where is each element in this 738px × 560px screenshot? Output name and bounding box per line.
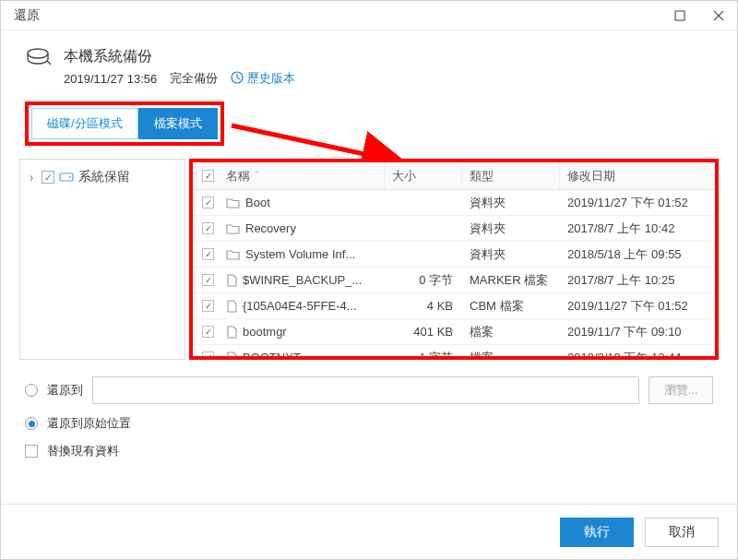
disk-icon xyxy=(25,47,51,70)
chevron-right-icon: › xyxy=(26,170,37,185)
radio-restore-to[interactable] xyxy=(25,384,38,397)
tree-panel: › ✓ 系統保留 xyxy=(19,159,185,360)
row-checkbox[interactable]: ✓ xyxy=(202,222,214,234)
backup-subtitle: 2019/11/27 13:56 完全備份 歷史版本 xyxy=(64,70,295,87)
titlebar: 還原 xyxy=(1,1,737,30)
select-all-checkbox[interactable]: ✓ xyxy=(202,170,214,182)
row-type: 資料夾 xyxy=(462,190,560,215)
table-row[interactable]: ✓Boot資料夾2019/11/27 下午 01:52 xyxy=(193,190,715,216)
close-button[interactable] xyxy=(708,5,730,27)
row-checkbox[interactable]: ✓ xyxy=(202,326,214,338)
row-type: CBM 檔案 xyxy=(462,293,560,318)
table-row[interactable]: ✓bootmgr401 KB檔案2019/11/7 下午 09:10 xyxy=(193,319,715,345)
opt-replace-existing: 替換現有資料 xyxy=(25,443,713,459)
drive-icon xyxy=(59,170,74,185)
checkbox-replace-existing[interactable] xyxy=(25,445,38,458)
row-type: 資料夾 xyxy=(462,216,560,241)
row-checkbox[interactable]: ✓ xyxy=(202,274,214,286)
execute-button[interactable]: 執行 xyxy=(560,518,634,547)
tab-file-mode[interactable]: 檔案模式 xyxy=(138,108,218,139)
file-icon xyxy=(226,300,237,313)
row-name: Recovery xyxy=(245,221,296,235)
window-buttons xyxy=(669,5,730,27)
browse-button[interactable]: 瀏覽... xyxy=(649,376,713,404)
col-name[interactable]: 名稱ˆ xyxy=(219,162,385,189)
row-date: 2019/11/27 下午 01:52 xyxy=(560,293,715,318)
folder-icon xyxy=(226,197,240,209)
tab-disk-mode[interactable]: 磁碟/分區模式 xyxy=(31,108,138,139)
tree-item-label: 系統保留 xyxy=(78,169,130,185)
svg-point-8 xyxy=(69,176,71,178)
row-date: 2018/5/18 上午 09:55 xyxy=(560,242,715,267)
col-size[interactable]: 大小 xyxy=(385,162,462,189)
header-text: 本機系統備份 2019/11/27 13:56 完全備份 歷史版本 xyxy=(64,47,295,87)
restore-options: 還原到 瀏覽... 還原到原始位置 替換現有資料 xyxy=(1,360,737,469)
row-size: 1 字节 xyxy=(385,345,462,360)
row-checkbox[interactable]: ✓ xyxy=(202,248,214,260)
file-icon xyxy=(226,351,237,361)
row-name: System Volume Inf... xyxy=(245,247,355,261)
maximize-button[interactable] xyxy=(669,5,691,27)
opt-restore-original: 還原到原始位置 xyxy=(25,415,713,432)
file-list-panel: ✓ 名稱ˆ 大小 類型 修改日期 ✓Boot資料夾2019/11/27 下午 0… xyxy=(189,159,719,360)
sort-caret-icon: ˆ xyxy=(256,171,258,181)
window: 還原 本機系統備份 2019/11/27 13:56 完全備份 xyxy=(0,0,738,560)
table-row[interactable]: ✓System Volume Inf...資料夾2018/5/18 上午 09:… xyxy=(193,242,715,268)
annotation-redbox-tabs: 磁碟/分區模式 檔案模式 xyxy=(25,101,224,146)
row-size xyxy=(385,190,462,215)
table-row[interactable]: ✓Recovery資料夾2017/8/7 上午 10:42 xyxy=(193,216,715,242)
row-checkbox[interactable]: ✓ xyxy=(202,300,214,312)
row-size xyxy=(385,216,462,241)
opt-restore-to: 還原到 瀏覽... xyxy=(25,376,713,404)
folder-icon xyxy=(226,249,240,260)
radio-restore-original[interactable] xyxy=(25,417,38,430)
row-size: 0 字节 xyxy=(385,268,462,292)
row-type: 資料夾 xyxy=(462,242,560,267)
row-type: MARKER 檔案 xyxy=(462,268,560,292)
mode-tabs: 磁碟/分區模式 檔案模式 xyxy=(1,101,737,146)
restore-to-label: 還原到 xyxy=(47,382,83,399)
row-size: 401 KB xyxy=(385,319,462,344)
replace-existing-label: 替換現有資料 xyxy=(47,443,119,459)
tree-item-system-reserved[interactable]: › ✓ 系統保留 xyxy=(20,165,184,189)
footer: 執行 取消 xyxy=(1,504,737,559)
row-checkbox[interactable]: ✓ xyxy=(202,351,214,360)
row-name: bootmgr xyxy=(243,325,287,339)
table-row[interactable]: ✓BOOTNXT1 字节檔案2019/3/19 下午 12:44 xyxy=(193,345,715,360)
restore-original-label: 還原到原始位置 xyxy=(47,415,131,432)
row-size: 4 KB xyxy=(385,293,462,318)
row-date: 2019/11/27 下午 01:52 xyxy=(560,190,715,215)
row-name: $WINRE_BACKUP_... xyxy=(243,273,362,287)
file-icon xyxy=(226,326,237,339)
backup-timestamp: 2019/11/27 13:56 xyxy=(64,72,157,86)
svg-rect-0 xyxy=(675,11,684,20)
restore-path-input[interactable] xyxy=(92,376,639,404)
tree-checkbox[interactable]: ✓ xyxy=(42,171,54,184)
row-name: BOOTNXT xyxy=(243,351,301,360)
folder-icon xyxy=(226,223,240,234)
svg-line-4 xyxy=(47,61,51,65)
row-name: {105A04E4-5FFE-4... xyxy=(243,299,357,313)
clock-icon xyxy=(231,71,244,87)
row-checkbox[interactable]: ✓ xyxy=(202,197,214,209)
row-type: 檔案 xyxy=(462,319,560,344)
row-name: Boot xyxy=(245,196,270,209)
window-title: 還原 xyxy=(14,7,669,24)
list-body: ✓Boot資料夾2019/11/27 下午 01:52✓Recovery資料夾2… xyxy=(193,190,715,360)
row-date: 2019/3/19 下午 12:44 xyxy=(560,345,715,360)
backup-type: 完全備份 xyxy=(170,70,218,87)
header: 本機系統備份 2019/11/27 13:56 完全備份 歷史版本 xyxy=(1,30,737,101)
history-link-label: 歷史版本 xyxy=(247,70,295,87)
cancel-button[interactable]: 取消 xyxy=(645,518,719,547)
row-date: 2019/11/7 下午 09:10 xyxy=(560,319,715,344)
body: › ✓ 系統保留 ✓ 名稱ˆ 大小 類型 修改日期 ✓Boot資料夾2019/1… xyxy=(1,159,737,360)
col-type[interactable]: 類型 xyxy=(462,162,560,189)
svg-point-3 xyxy=(28,49,48,58)
col-date[interactable]: 修改日期 xyxy=(560,162,715,189)
history-link[interactable]: 歷史版本 xyxy=(231,70,295,87)
backup-title: 本機系統備份 xyxy=(64,47,295,66)
table-row[interactable]: ✓{105A04E4-5FFE-4...4 KBCBM 檔案2019/11/27… xyxy=(193,293,715,319)
row-size xyxy=(385,242,462,267)
file-icon xyxy=(226,274,237,287)
table-row[interactable]: ✓$WINRE_BACKUP_...0 字节MARKER 檔案2017/8/7 … xyxy=(193,268,715,293)
